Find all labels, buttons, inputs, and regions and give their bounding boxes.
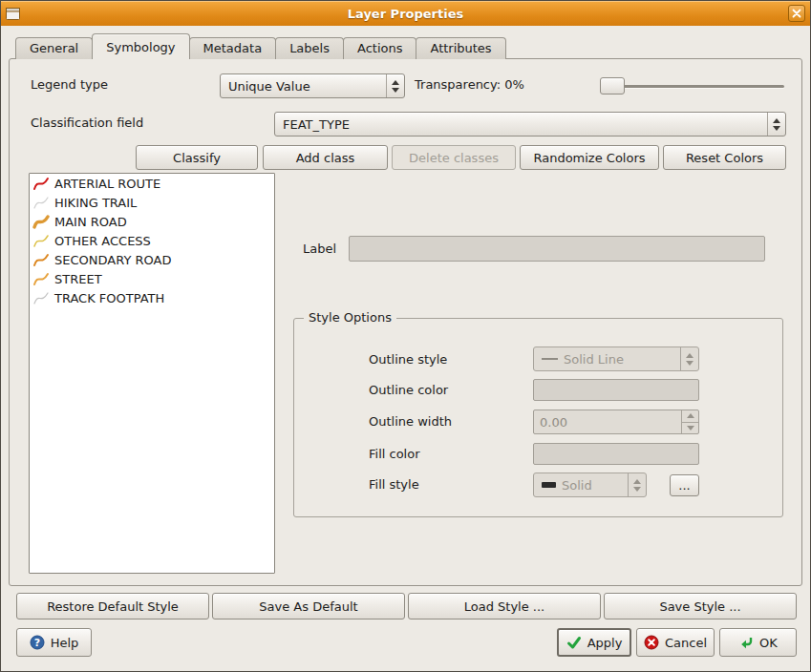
apply-button[interactable]: Apply	[557, 628, 631, 657]
fill-style-label: Fill style	[369, 477, 419, 492]
fill-style-combo[interactable]: Solid	[533, 472, 647, 497]
layer-properties-dialog: Layer Properties General Symbology Metad…	[0, 0, 811, 672]
fill-color-button[interactable]	[533, 443, 699, 465]
legend-class-row[interactable]: MAIN ROAD	[30, 212, 274, 231]
legend-class-label: SECONDARY ROAD	[54, 253, 171, 267]
legend-class-row[interactable]: TRACK FOOTPATH	[30, 288, 274, 307]
outline-color-label: Outline color	[369, 383, 448, 397]
tab-attributes[interactable]: Attributes	[416, 37, 505, 59]
legend-type-combo[interactable]: Unique Value	[220, 74, 405, 98]
fill-sample-icon	[542, 482, 556, 488]
slider-groove[interactable]	[601, 85, 784, 88]
combo-arrows-icon	[386, 74, 404, 97]
save-style-button[interactable]: Save Style ...	[604, 593, 797, 620]
tab-metadata[interactable]: Metadata	[189, 37, 277, 59]
tab-bar: General Symbology Metadata Labels Action…	[15, 33, 505, 59]
combo-arrows-icon	[680, 347, 698, 370]
ok-button[interactable]: OK	[719, 628, 797, 657]
outline-width-label: Outline width	[369, 414, 452, 429]
apply-button-label: Apply	[587, 636, 623, 650]
transparency-label: Transparency: 0%	[415, 77, 524, 92]
delete-classes-button[interactable]: Delete classes	[392, 145, 516, 170]
titlebar: Layer Properties	[1, 1, 810, 26]
add-class-button[interactable]: Add class	[263, 145, 388, 170]
apply-check-icon	[566, 635, 582, 650]
legend-class-label: HIKING TRAIL	[54, 196, 137, 210]
outline-color-button[interactable]	[533, 379, 699, 401]
help-button-label: Help	[51, 636, 79, 650]
line-symbol-icon	[32, 253, 50, 267]
close-icon	[792, 9, 801, 18]
browse-fill-style-button[interactable]: ...	[670, 474, 699, 496]
fill-style-value: Solid	[562, 478, 592, 493]
cancel-button-label: Cancel	[665, 636, 707, 650]
window-icon	[6, 6, 21, 21]
legend-type-value: Unique Value	[228, 79, 310, 94]
slider-handle[interactable]	[600, 77, 625, 94]
window-title: Layer Properties	[1, 7, 810, 21]
outline-style-value: Solid Line	[564, 352, 624, 367]
legend-class-row[interactable]: HIKING TRAIL	[30, 193, 274, 212]
legend-class-row[interactable]: ARTERIAL ROUTE	[30, 174, 274, 193]
transparency-slider[interactable]	[599, 74, 786, 98]
line-symbol-icon	[32, 196, 50, 210]
load-style-button[interactable]: Load Style ...	[408, 593, 601, 620]
label-input[interactable]	[349, 236, 765, 262]
line-sample-icon	[542, 358, 558, 360]
outline-width-value: 0.00	[540, 415, 567, 430]
line-symbol-icon	[32, 177, 50, 191]
legend-class-label: STREET	[54, 272, 102, 286]
legend-class-list[interactable]: ARTERIAL ROUTE HIKING TRAIL MAIN ROAD OT…	[29, 173, 275, 574]
reset-colors-button[interactable]: Reset Colors	[663, 145, 786, 170]
randomize-colors-button[interactable]: Randomize Colors	[520, 145, 659, 170]
style-options-title: Style Options	[304, 310, 396, 325]
legend-class-label: MAIN ROAD	[54, 215, 127, 229]
tab-symbology[interactable]: Symbology	[92, 33, 189, 59]
symbology-panel: Legend type Unique Value Transparency: 0…	[9, 58, 802, 586]
outline-width-spinner[interactable]: 0.00	[533, 410, 699, 434]
svg-text:?: ?	[33, 637, 39, 649]
line-symbol-icon	[32, 272, 50, 286]
combo-arrows-icon	[767, 113, 785, 136]
combo-arrows-icon	[628, 473, 646, 496]
fill-color-label: Fill color	[369, 447, 420, 461]
save-as-default-button[interactable]: Save As Default	[212, 593, 405, 620]
outline-style-combo[interactable]: Solid Line	[533, 346, 699, 371]
tab-labels[interactable]: Labels	[275, 37, 344, 59]
help-button[interactable]: ? Help	[16, 628, 92, 657]
close-button[interactable]	[788, 5, 805, 22]
tab-actions[interactable]: Actions	[343, 37, 417, 59]
help-icon: ?	[30, 635, 45, 650]
legend-class-row[interactable]: OTHER ACCESS	[30, 231, 274, 250]
style-options-group: Style Options Outline style Solid Line O…	[293, 318, 783, 517]
legend-class-row[interactable]: SECONDARY ROAD	[30, 250, 274, 269]
line-symbol-icon	[32, 291, 50, 305]
cancel-icon	[644, 635, 659, 650]
legend-class-label: TRACK FOOTPATH	[54, 291, 164, 305]
label-field-label: Label	[303, 242, 336, 256]
classification-field-label: Classification field	[31, 116, 143, 130]
restore-default-style-button[interactable]: Restore Default Style	[16, 593, 209, 620]
line-symbol-icon	[32, 215, 50, 229]
classify-button[interactable]: Classify	[136, 145, 258, 170]
tab-general[interactable]: General	[15, 37, 93, 59]
classification-field-combo[interactable]: FEAT_TYPE	[274, 112, 786, 136]
spinner-arrows-icon[interactable]	[681, 410, 698, 433]
legend-class-row[interactable]: STREET	[30, 269, 274, 288]
ok-button-label: OK	[759, 636, 778, 650]
legend-class-label: OTHER ACCESS	[54, 234, 151, 248]
line-symbol-icon	[32, 234, 50, 248]
legend-class-label: ARTERIAL ROUTE	[54, 177, 160, 191]
cancel-button[interactable]: Cancel	[636, 628, 715, 657]
legend-type-label: Legend type	[31, 77, 108, 92]
ok-return-arrow-icon	[738, 635, 754, 650]
classification-field-value: FEAT_TYPE	[283, 117, 350, 132]
outline-style-label: Outline style	[369, 352, 447, 367]
